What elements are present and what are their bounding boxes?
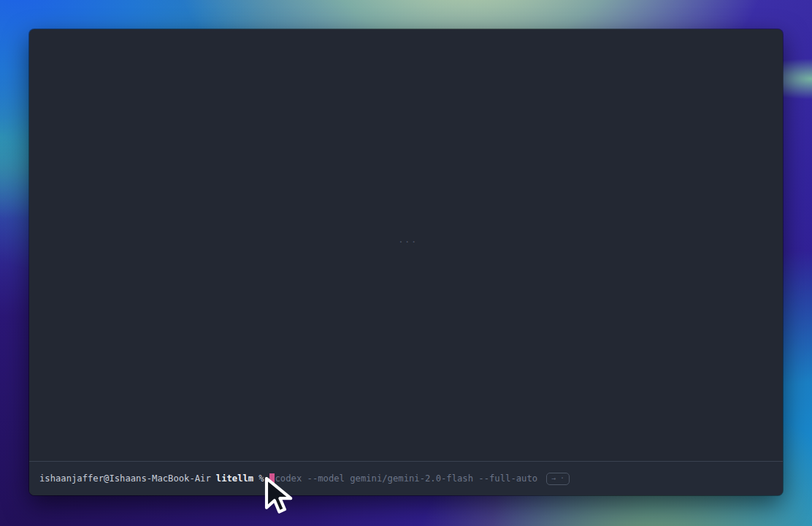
- terminal-prompt-bar[interactable]: ishaanjaffer@Ishaans-MacBook-Air litellm…: [29, 462, 783, 495]
- prompt-directory: litellm: [216, 473, 253, 484]
- prompt-symbol: %: [258, 473, 264, 484]
- autosuggestion-text: codex --model gemini/gemini-2.0-flash --…: [275, 473, 538, 484]
- loading-dots: ...: [398, 234, 417, 245]
- terminal-output-area: ...: [29, 29, 783, 461]
- terminal-window[interactable]: ... ishaanjaffer@Ishaans-MacBook-Air lit…: [29, 29, 783, 495]
- accept-suggestion-hint-badge: → ·: [546, 473, 570, 485]
- text-cursor: [269, 473, 275, 484]
- desktop-wallpaper: ... ishaanjaffer@Ishaans-MacBook-Air lit…: [0, 0, 812, 526]
- prompt-user-host: ishaanjaffer@Ishaans-MacBook-Air: [39, 473, 211, 484]
